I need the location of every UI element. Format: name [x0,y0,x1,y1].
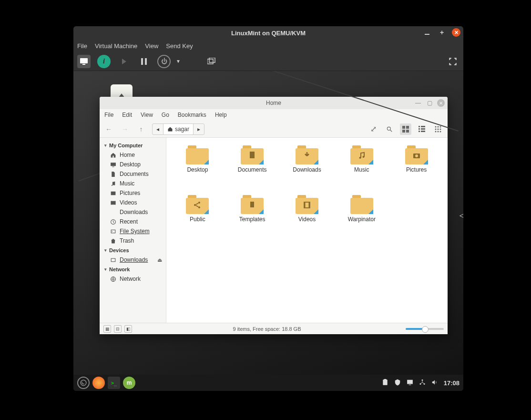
svg-rect-1 [80,58,88,63]
svg-rect-36 [111,201,112,205]
folder-videos[interactable]: Videos [281,195,334,243]
toggle-location-icon[interactable]: ⤢ [368,123,379,135]
recent-icon [110,219,116,225]
minimize-button[interactable] [423,28,432,37]
search-icon[interactable] [384,123,395,135]
svg-rect-0 [425,34,429,35]
status-toggle-icon[interactable]: ◧ [124,325,132,333]
folder-public[interactable]: Public [171,195,224,243]
pause-icon[interactable] [137,55,151,68]
sidebar-header-my-computer[interactable]: My Computer [100,141,166,150]
path-segment-home[interactable]: sagar [163,124,194,134]
sidebar-item-documents[interactable]: Documents [100,169,166,179]
fm-menu-go[interactable]: Go [162,112,169,118]
folder-templates[interactable]: Templates [226,195,279,243]
pic-icon [110,190,116,196]
sidebar-item-desktop[interactable]: Desktop [100,160,166,169]
eject-icon[interactable]: ⏏ [157,257,162,263]
play-icon[interactable] [117,55,131,68]
file-manager-window: Home — ▢ ✕ File Edit View Go Bookmarks H… [100,97,448,334]
sidebar-header-devices[interactable]: Devices [100,246,166,255]
console-icon[interactable] [77,55,91,68]
fm-menu-view[interactable]: View [141,112,153,118]
sidebar-item-recent[interactable]: Recent [100,217,166,226]
folder-downloads[interactable]: Downloads [281,145,334,193]
tray-clock[interactable]: 17:08 [444,379,460,387]
sidebar-header-network[interactable]: Network [100,265,166,274]
sidebar-item-downloads[interactable]: Downloads [100,207,166,217]
zoom-slider[interactable] [406,328,444,330]
folder-label: Videos [298,216,316,223]
sidebar-item-network[interactable]: Network [100,274,166,284]
mint-menu-button[interactable] [77,377,90,389]
sidebar-item-downloads[interactable]: Downloads⏏ [100,255,166,265]
svg-rect-33 [111,191,116,195]
up-button[interactable]: ↑ [136,124,146,134]
tray-shield-icon[interactable] [394,379,401,387]
sidebar-item-file-system[interactable]: File System [100,226,166,236]
fm-menu-file[interactable]: File [104,112,113,118]
forward-button[interactable]: → [120,124,130,134]
sidebar-item-music[interactable]: Music [100,179,166,188]
fm-minimize-button[interactable]: — [414,99,422,107]
taskbar-firefox-icon[interactable] [92,377,105,389]
maximize-button[interactable]: + [438,28,446,37]
svg-rect-18 [419,131,420,132]
tray-volume-icon[interactable] [431,379,438,387]
list-view-button[interactable] [416,123,428,135]
vm-titlebar[interactable]: LinuxMint on QEMU/KVM + ✕ [73,26,463,40]
vm-toolbar: i ⏻ ▼ [73,52,463,71]
status-tree-icon[interactable]: ⊟ [114,325,122,333]
svg-point-22 [440,126,441,127]
fm-menu-edit[interactable]: Edit [122,112,132,118]
svg-rect-17 [421,128,425,130]
svg-point-25 [440,128,441,130]
fm-content-area[interactable]: DesktopDocumentsDownloadsMusicPicturesPu… [166,138,448,323]
folder-music[interactable]: Music [335,145,388,193]
icon-view-button[interactable] [400,123,411,135]
fm-titlebar[interactable]: Home — ▢ ✕ [100,97,448,109]
close-button[interactable]: ✕ [452,28,460,37]
fm-close-button[interactable]: ✕ [437,99,445,107]
sidebar-item-pictures[interactable]: Pictures [100,188,166,198]
resize-handle-icon[interactable]: ◁ ▷ [460,212,463,219]
tray-network-icon[interactable] [419,379,426,387]
sidebar-item-videos[interactable]: Videos [100,198,166,207]
folder-label: Public [190,216,205,223]
folder-desktop[interactable]: Desktop [171,145,224,193]
sidebar-item-trash[interactable]: Trash [100,236,166,246]
svg-rect-53 [304,202,306,208]
path-bar: ◂ sagar ▸ [152,123,204,135]
fm-menu-help[interactable]: Help [215,112,227,118]
svg-rect-13 [406,130,409,133]
fm-maximize-button[interactable]: ▢ [426,99,433,107]
menu-view[interactable]: View [145,42,158,50]
power-dropdown-icon[interactable]: ▼ [172,55,185,68]
folder-documents[interactable]: Documents [226,145,279,193]
fullscreen-icon[interactable] [446,55,460,68]
fm-menubar: File Edit View Go Bookmarks Help [100,109,448,121]
back-button[interactable]: ← [103,124,114,134]
path-next-button[interactable]: ▸ [194,124,204,134]
svg-point-34 [112,192,113,193]
guest-desktop[interactable]: ◁ ▷ Home — ▢ ✕ File Edit View Go Bookmar… [73,71,463,391]
folder-warpinator[interactable]: Warpinator [335,195,388,243]
compact-view-button[interactable] [432,123,444,135]
svg-point-48 [194,204,196,206]
tray-clipboard-icon[interactable] [382,379,388,387]
path-prev-button[interactable]: ◂ [153,124,163,134]
sidebar-item-home[interactable]: Home [100,150,166,160]
taskbar-terminal-icon[interactable]: >_ [108,377,120,389]
menu-file[interactable]: File [77,42,87,50]
status-places-icon[interactable]: ▦ [103,325,111,333]
fm-menu-bookmarks[interactable]: Bookmarks [178,112,206,118]
svg-point-21 [438,126,439,127]
info-icon[interactable]: i [97,55,111,68]
folder-pictures[interactable]: Pictures [390,145,443,193]
power-icon[interactable]: ⏻ [157,55,171,68]
tray-display-icon[interactable] [407,379,413,387]
snapshot-icon[interactable] [205,55,218,68]
taskbar-mint-icon[interactable]: m [123,377,135,389]
menu-virtual-machine[interactable]: Virtual Machine [95,42,137,50]
menu-send-key[interactable]: Send Key [166,42,193,50]
